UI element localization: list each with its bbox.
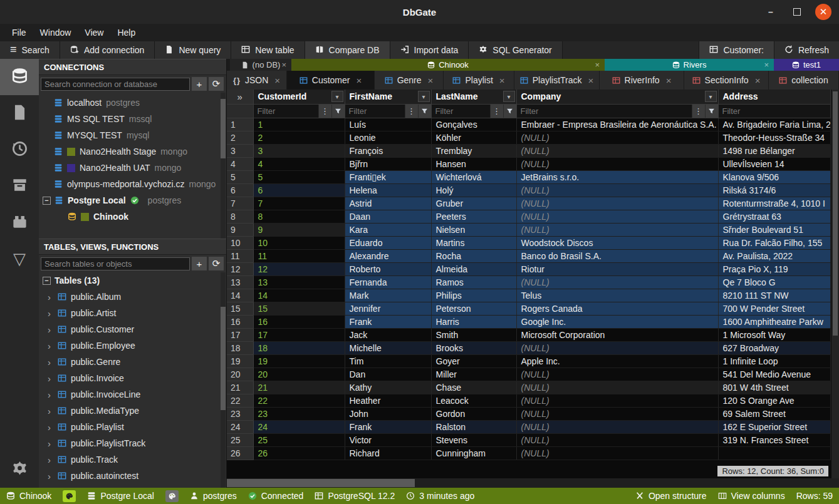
grid-cell[interactable]: 319 N. Frances Street	[718, 433, 830, 446]
grid-cell[interactable]: UllevÍlsveien 14	[718, 157, 830, 170]
grid-cell[interactable]: 3	[253, 144, 345, 157]
compare-db-button[interactable]: Compare DB	[305, 41, 390, 59]
row-number-cell[interactable]: 14	[227, 289, 253, 302]
grid-cell[interactable]: Brooks	[431, 341, 516, 354]
tables-scrollbar[interactable]	[221, 272, 226, 488]
grid-cell[interactable]: Daan	[345, 210, 431, 223]
table-item[interactable]: ›public.InvoiceLine	[39, 386, 226, 403]
grid-cell[interactable]: 7	[253, 197, 345, 210]
row-number-cell[interactable]: 15	[227, 302, 253, 315]
statusbar-item-postgresql-12-2[interactable]: PostgreSQL 12.2	[315, 491, 395, 501]
grid-cell[interactable]: 22	[253, 394, 345, 407]
grid-cell[interactable]: 16	[253, 315, 345, 328]
grid-cell[interactable]: (NULL)	[516, 210, 718, 223]
table-item[interactable]: ›public.Track	[39, 451, 226, 468]
grid-cell[interactable]: (NULL)	[516, 223, 718, 236]
grid-cell[interactable]: Kathy	[345, 381, 431, 394]
grid-cell[interactable]: 162 E Superior Street	[718, 420, 830, 433]
statusbar-item-chinook[interactable]: Chinook	[6, 491, 51, 501]
grid-cell[interactable]: Alexandre	[345, 249, 431, 262]
grid-cell[interactable]: 541 Del Medio Avenue	[718, 368, 830, 381]
grid-cell[interactable]: Ralston	[431, 420, 516, 433]
funnel-icon[interactable]	[705, 105, 718, 118]
table-item[interactable]: ›public.autoinctest	[39, 468, 226, 484]
grid-cell[interactable]: Eduardo	[345, 236, 431, 249]
connection-item[interactable]: MYSQL TESTmysql	[39, 127, 226, 143]
grid-cell[interactable]: 13	[253, 275, 345, 289]
statusbar-item-palette[interactable]	[165, 490, 179, 502]
close-icon[interactable]: ×	[666, 75, 672, 86]
grid-cell[interactable]: Nielsen	[431, 223, 516, 236]
tables-group[interactable]: −Tables (13)	[39, 272, 226, 289]
rail-item-archive[interactable]	[0, 168, 39, 204]
connection-item[interactable]: Nano2Health UATmongo	[39, 160, 226, 176]
grid-cell[interactable]: 14	[253, 289, 345, 302]
row-number-cell[interactable]: 21	[227, 381, 253, 394]
rail-item-files[interactable]	[0, 95, 39, 131]
chevron-right-icon[interactable]: ›	[48, 324, 53, 335]
close-icon[interactable]: ×	[755, 75, 761, 86]
grid-cell[interactable]: (NULL)	[516, 420, 718, 433]
grid-cell[interactable]: 2	[253, 131, 345, 144]
grid-cell[interactable]: 24	[253, 420, 345, 433]
refresh-button[interactable]: Refresh	[774, 41, 839, 59]
grid-cell[interactable]: Embraer - Empresa Brasileira de Aeronáut…	[516, 118, 718, 131]
table-item[interactable]: ›public.Employee	[39, 337, 226, 354]
grid-cell[interactable]: (NULL)	[516, 183, 718, 197]
grid-cell[interactable]: 627 Broadway	[718, 341, 830, 354]
grid-cell[interactable]: Holý	[431, 183, 516, 197]
filter-input[interactable]	[345, 105, 405, 118]
grid-cell[interactable]: John	[345, 407, 431, 420]
grid-cell[interactable]	[718, 446, 830, 460]
connections-scroll-thumb[interactable]	[221, 99, 226, 158]
close-icon[interactable]: ×	[428, 75, 434, 86]
tab-riverinfo[interactable]: RiverInfo×	[600, 71, 684, 90]
grid-cell[interactable]: 21	[253, 381, 345, 394]
column-header-address[interactable]: Address	[718, 90, 830, 104]
grid-cell[interactable]: Rotenturmstraße 4, 1010 I	[718, 197, 830, 210]
grid-cell[interactable]: Fernanda	[345, 275, 431, 289]
grid-cell[interactable]: Rua Dr. Falcão Filho, 155	[718, 236, 830, 249]
add-connection-small-button[interactable]: +	[192, 77, 207, 91]
row-number-cell[interactable]: 10	[227, 236, 253, 249]
add-table-small-button[interactable]: +	[192, 257, 207, 270]
grid-cell[interactable]: 700 W Pender Street	[718, 302, 830, 315]
grid-cell[interactable]: (NULL)	[516, 197, 718, 210]
grid-cell[interactable]: Jennifer	[345, 302, 431, 315]
grid-cell[interactable]: Rilská 3174/6	[718, 183, 830, 197]
row-number-cell[interactable]: 20	[227, 368, 253, 381]
grid-cell[interactable]: Leacock	[431, 394, 516, 407]
grid-cell[interactable]: (NULL)	[516, 157, 718, 170]
grid-cell[interactable]: (NULL)	[516, 394, 718, 407]
grid-cell[interactable]: 8210 111 ST NW	[718, 289, 830, 302]
grid-cell[interactable]: Apple Inc.	[516, 354, 718, 368]
chevron-down-icon[interactable]: ▾	[503, 91, 515, 102]
grid-cell[interactable]: Richard	[345, 446, 431, 460]
table-item[interactable]: ›public.Customer	[39, 321, 226, 337]
rail-item-connections[interactable]	[0, 59, 39, 95]
grid-cell[interactable]: 26	[253, 446, 345, 460]
sql-generator-button[interactable]: SQL Generator	[469, 41, 562, 59]
add-connection-button[interactable]: Add connection	[60, 41, 155, 59]
grid-cell[interactable]: Smith	[431, 328, 516, 341]
new-query-button[interactable]: New query	[155, 41, 231, 59]
connection-item[interactable]: olympus-medportal.vychozi.czmongo	[39, 176, 226, 192]
minimize-button[interactable]: –	[763, 4, 779, 20]
grid-cell[interactable]: Rogers Canada	[516, 302, 718, 315]
grid-cell[interactable]: Frank	[345, 420, 431, 433]
grid-cell[interactable]: Goyer	[431, 354, 516, 368]
connection-item[interactable]: −Postgre Localpostgres	[39, 192, 226, 208]
grid-cell[interactable]: 801 W 4th Street	[718, 381, 830, 394]
row-number-cell[interactable]: 18	[227, 341, 253, 354]
grid-cell[interactable]: 17	[253, 328, 345, 341]
grid-cell[interactable]: Luís	[345, 118, 431, 131]
rail-item-apps[interactable]: ▽	[0, 240, 39, 277]
row-number-cell[interactable]: 24	[227, 420, 253, 433]
row-number-cell[interactable]: 16	[227, 315, 253, 328]
tab-json[interactable]: {}JSON×	[227, 71, 287, 90]
row-number-cell[interactable]: 5	[227, 170, 253, 183]
column-header-firstname[interactable]: FirstName▾	[345, 90, 431, 104]
grid-cell[interactable]: 8	[253, 210, 345, 223]
chevron-right-icon[interactable]: ›	[48, 487, 53, 488]
row-number-cell[interactable]: 23	[227, 407, 253, 420]
